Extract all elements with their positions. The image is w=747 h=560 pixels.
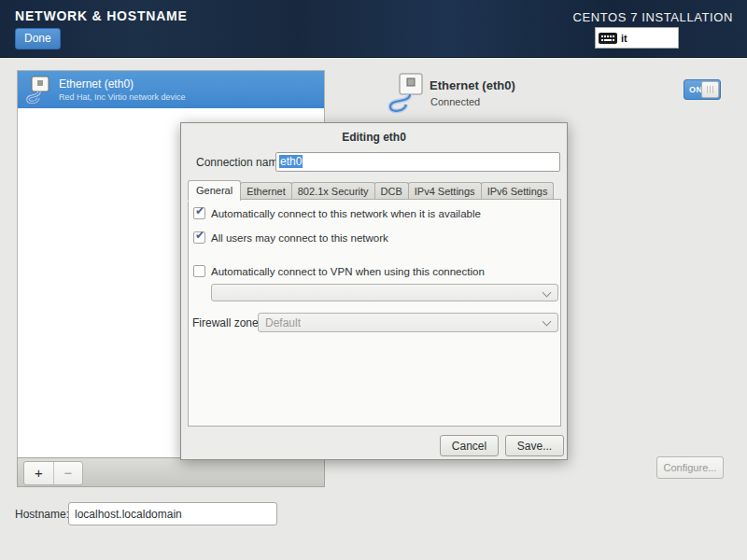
vpn-auto-connect-checkbox[interactable]: [193, 265, 205, 277]
tab-general[interactable]: General: [188, 180, 241, 201]
hostname-input[interactable]: [68, 502, 277, 525]
add-device-button[interactable]: +: [24, 462, 53, 484]
toggle-handle[interactable]: [701, 81, 719, 98]
firewall-zone-label: Firewall zone:: [192, 316, 261, 329]
checkmark-icon: ✔: [195, 229, 204, 242]
edit-connection-dialog: Editing eth0 Connection name: eth0 Gener…: [180, 122, 568, 460]
tab-ipv4-settings[interactable]: IPv4 Settings: [408, 182, 482, 201]
save-button[interactable]: Save...: [505, 435, 564, 456]
connection-name-label: Connection name:: [196, 156, 287, 169]
configure-button[interactable]: Configure...: [656, 456, 724, 479]
keyboard-layout-code: it: [621, 33, 627, 44]
vpn-auto-connect-label: Automatically connect to VPN when using …: [211, 265, 485, 278]
vpn-auto-connect-row: Automatically connect to VPN when using …: [189, 265, 485, 278]
remove-device-button[interactable]: −: [53, 462, 82, 484]
network-hostname-screen: NETWORK & HOSTNAME Done CENTOS 7 INSTALL…: [0, 0, 747, 560]
connection-name-input[interactable]: eth0: [275, 152, 560, 172]
tab-dcb[interactable]: DCB: [374, 182, 409, 201]
chevron-down-icon: [543, 317, 552, 327]
cancel-button[interactable]: Cancel: [440, 435, 499, 456]
general-tab-panel: ✔ Automatically connect to this network …: [188, 199, 561, 427]
dialog-title: Editing eth0: [181, 131, 567, 144]
device-list-item-eth0[interactable]: Ethernet (eth0) Red Hat, Inc Virtio netw…: [18, 71, 324, 108]
checkmark-icon: ✔: [195, 204, 204, 217]
all-users-label: All users may connect to this network: [211, 231, 388, 245]
all-users-row: ✔ All users may connect to this network: [189, 231, 388, 245]
add-remove-button-group: + −: [23, 461, 83, 485]
firewall-zone-value: Default: [265, 316, 301, 329]
device-name: Ethernet (eth0): [59, 77, 185, 91]
firewall-zone-select[interactable]: Default: [258, 313, 558, 332]
page-title: NETWORK & HOSTNAME: [15, 8, 188, 23]
done-button[interactable]: Done: [15, 28, 61, 49]
keyboard-layout-indicator[interactable]: it: [595, 27, 679, 49]
auto-connect-label: Automatically connect to this network wh…: [211, 207, 481, 220]
selected-device-name: Ethernet (eth0): [430, 78, 515, 92]
device-list-toolbar: + −: [17, 457, 325, 487]
tab-8021x-security[interactable]: 802.1x Security: [291, 182, 375, 201]
product-title: CENTOS 7 INSTALLATION: [572, 10, 733, 24]
device-on-off-toggle[interactable]: ON: [684, 79, 721, 100]
tab-ipv6-settings[interactable]: IPv6 Settings: [481, 182, 555, 201]
auto-connect-checkbox[interactable]: ✔: [193, 207, 205, 219]
chevron-down-icon: [543, 288, 552, 298]
keyboard-icon: [599, 32, 617, 45]
device-description: Red Hat, Inc Virtio network device: [59, 92, 185, 102]
hostname-label: Hostname:: [15, 508, 69, 521]
device-status: Connected: [430, 96, 480, 107]
tab-ethernet[interactable]: Ethernet: [240, 182, 292, 201]
ethernet-icon-large: [387, 72, 430, 115]
ethernet-icon: [26, 76, 50, 104]
dialog-tab-bar: General Ethernet 802.1x Security DCB IPv…: [188, 180, 553, 201]
header-bar: NETWORK & HOSTNAME Done CENTOS 7 INSTALL…: [0, 0, 747, 58]
all-users-checkbox[interactable]: ✔: [193, 231, 205, 244]
vpn-connection-select[interactable]: [211, 284, 558, 301]
auto-connect-row: ✔ Automatically connect to this network …: [189, 207, 481, 220]
selected-text: eth0: [279, 155, 303, 168]
